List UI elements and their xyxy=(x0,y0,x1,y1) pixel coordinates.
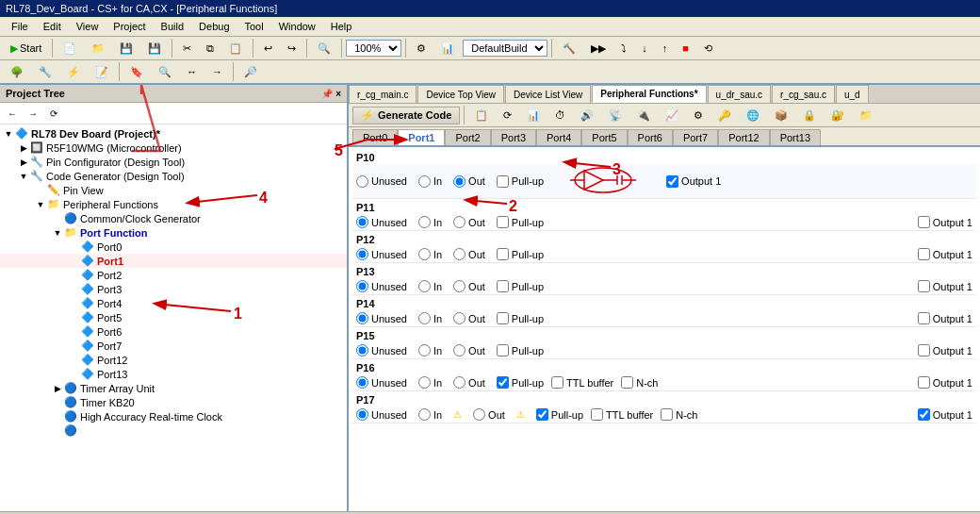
p13-out-option[interactable]: Out xyxy=(453,280,485,292)
tree-node-periph[interactable]: ▼ 📁 Peripheral Functions xyxy=(0,197,347,211)
port-tab-port3[interactable]: Port3 xyxy=(491,129,536,145)
p17-unused-radio[interactable] xyxy=(356,408,368,421)
p16-nch-option[interactable]: N-ch xyxy=(621,376,658,389)
step-over-button[interactable]: ⤵ xyxy=(614,40,633,57)
tree-node-interval[interactable]: 🔵 xyxy=(0,423,347,438)
stop-button[interactable]: ■ xyxy=(676,40,695,57)
port-tab-port2[interactable]: Port2 xyxy=(445,129,490,145)
reset-button[interactable]: ⟲ xyxy=(697,40,719,58)
p12-unused-radio[interactable] xyxy=(356,248,368,260)
p10-unused-option[interactable]: Unused xyxy=(356,175,407,188)
p15-unused-option[interactable]: Unused xyxy=(356,344,407,356)
tree-node-mcu[interactable]: ▶ 🔲 R5F10WMG (Microcontroller) xyxy=(0,141,347,155)
undo-button[interactable]: ↩ xyxy=(257,40,279,58)
gen-btn-7[interactable]: 🔌 xyxy=(630,107,657,124)
gen-btn-6[interactable]: 📡 xyxy=(602,107,629,124)
prop-btn[interactable]: 🔧 xyxy=(32,63,58,81)
tab-u-d[interactable]: u_d xyxy=(836,85,869,103)
p17-output-option[interactable]: Output 1 xyxy=(918,408,972,421)
p12-out-option[interactable]: Out xyxy=(453,248,485,260)
gen-btn-12[interactable]: 📦 xyxy=(768,107,794,124)
generate-code-button[interactable]: ⚡ Generate Code xyxy=(352,107,460,124)
p15-pullup-checkbox[interactable] xyxy=(497,344,509,356)
p15-output-checkbox[interactable] xyxy=(918,344,930,356)
port-tab-port1[interactable]: Port1 xyxy=(398,129,445,145)
menu-build[interactable]: Build xyxy=(154,19,191,34)
tree-node-clk[interactable]: 🔵 Common/Clock Generator xyxy=(0,211,347,225)
gen-btn-1[interactable]: 📋 xyxy=(468,107,495,124)
p14-out-option[interactable]: Out xyxy=(453,312,485,324)
cut-button[interactable]: ✂ xyxy=(176,40,198,58)
p17-unused-option[interactable]: Unused xyxy=(356,408,407,421)
p10-unused-radio[interactable] xyxy=(356,175,368,188)
step-in-button[interactable]: ↓ xyxy=(635,40,654,57)
p12-output-checkbox[interactable] xyxy=(918,248,930,260)
p11-out-radio[interactable] xyxy=(453,216,466,228)
p17-nch-checkbox[interactable] xyxy=(661,408,673,421)
gen-btn-8[interactable]: 📈 xyxy=(659,107,685,124)
redo-button[interactable]: ↪ xyxy=(281,40,302,58)
menu-project[interactable]: Project xyxy=(106,19,153,34)
menu-help[interactable]: Help xyxy=(323,19,360,34)
gen-btn-3[interactable]: 📊 xyxy=(520,107,547,124)
port-tab-port0[interactable]: Port0 xyxy=(352,129,398,145)
replace-btn[interactable]: ↔ xyxy=(180,63,204,80)
p13-unused-radio[interactable] xyxy=(356,280,368,292)
p14-in-option[interactable]: In xyxy=(418,312,442,324)
p10-pullup-option[interactable]: Pull-up xyxy=(497,175,544,188)
p12-unused-option[interactable]: Unused xyxy=(356,248,407,260)
p10-in-option[interactable]: In xyxy=(418,175,442,188)
tree-node-code-gen[interactable]: ▼ 🔧 Code Generator (Design Tool) xyxy=(0,169,347,183)
p17-in-option[interactable]: In xyxy=(418,408,442,421)
p14-in-radio[interactable] xyxy=(418,312,431,324)
goto-btn[interactable]: → xyxy=(205,63,229,80)
tab-r-cg-sau[interactable]: r_cg_sau.c xyxy=(772,85,835,103)
search-button[interactable]: 🔍 xyxy=(311,40,337,58)
tree-node-timer-kb20[interactable]: 🔵 Timer KB20 xyxy=(0,395,347,409)
p17-in-radio[interactable] xyxy=(418,408,431,421)
p11-output-checkbox[interactable] xyxy=(918,216,930,228)
p13-output-checkbox[interactable] xyxy=(918,280,930,292)
find-btn[interactable]: 🔍 xyxy=(152,63,178,81)
p12-in-option[interactable]: In xyxy=(418,248,442,260)
p16-in-radio[interactable] xyxy=(418,376,431,389)
p10-output-checkbox[interactable] xyxy=(666,175,678,188)
port-tab-port4[interactable]: Port4 xyxy=(536,129,581,145)
new-button[interactable]: 📄 xyxy=(57,40,83,58)
step-out-button[interactable]: ↑ xyxy=(656,40,675,57)
menu-tool[interactable]: Tool xyxy=(237,19,271,34)
tree-back-btn[interactable]: ← xyxy=(4,105,21,122)
menu-edit[interactable]: Edit xyxy=(36,19,69,34)
expand-root[interactable]: ▼ xyxy=(2,129,15,139)
copy-button[interactable]: ⧉ xyxy=(200,40,220,58)
tree-node-pin-view[interactable]: ✏️ Pin View xyxy=(0,183,347,197)
menu-file[interactable]: File xyxy=(4,19,36,34)
tree-node-rtc[interactable]: 🔵 High Accuracy Real-time Clock xyxy=(0,409,347,423)
debug-start-button[interactable]: ▶▶ xyxy=(584,40,612,58)
p15-out-radio[interactable] xyxy=(453,344,466,356)
start-button[interactable]: ▶ Start xyxy=(4,40,48,58)
gen-btn-11[interactable]: 🌐 xyxy=(740,107,766,124)
p16-unused-radio[interactable] xyxy=(356,376,368,389)
p13-unused-option[interactable]: Unused xyxy=(356,280,407,292)
p17-ttlbuffer-option[interactable]: TTL buffer xyxy=(591,408,653,421)
p17-output-checkbox[interactable] xyxy=(918,408,930,421)
expand-mcu[interactable]: ▶ xyxy=(17,143,30,153)
expand-code-gen[interactable]: ▼ xyxy=(17,172,30,181)
p13-out-radio[interactable] xyxy=(453,280,466,292)
gen-btn-10[interactable]: 🔑 xyxy=(711,107,738,124)
tree-node-port12[interactable]: 🔷 Port12 xyxy=(0,353,347,367)
open-button[interactable]: 📁 xyxy=(85,40,111,58)
tab-main-c[interactable]: r_cg_main.c xyxy=(349,85,416,103)
zoom-selector[interactable]: 100% xyxy=(346,40,401,57)
p14-pullup-option[interactable]: Pull-up xyxy=(497,312,544,324)
tree-node-port2[interactable]: 🔷 Port2 xyxy=(0,268,347,282)
save-button[interactable]: 💾 xyxy=(113,40,139,58)
gen-btn-2[interactable]: ⟳ xyxy=(497,107,518,124)
p16-ttlbuffer-checkbox[interactable] xyxy=(551,376,564,389)
p15-pullup-option[interactable]: Pull-up xyxy=(497,344,544,356)
tree-node-port3[interactable]: 🔷 Port3 xyxy=(0,282,347,296)
p17-out-option[interactable]: Out xyxy=(473,408,505,421)
p12-out-radio[interactable] xyxy=(453,248,466,260)
tree-node-timer-array[interactable]: ▶ 🔵 Timer Array Unit xyxy=(0,381,347,395)
